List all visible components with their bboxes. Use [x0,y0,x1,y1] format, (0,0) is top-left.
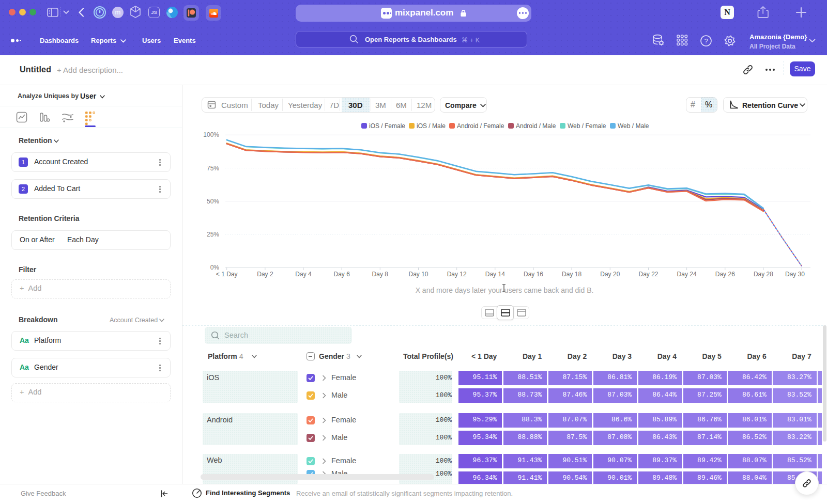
svg-text:Day 14: Day 14 [485,271,505,278]
svg-text:Day 6: Day 6 [334,271,350,278]
svg-text:100%: 100% [203,131,219,138]
svg-text:25%: 25% [207,231,219,238]
svg-text:Day 20: Day 20 [600,271,620,278]
svg-text:Day 12: Day 12 [447,271,467,278]
svg-text:Day 28: Day 28 [754,271,773,278]
svg-text:Day 30: Day 30 [785,271,805,278]
svg-text:?: ? [704,37,708,45]
svg-text:Day 2: Day 2 [257,271,273,278]
svg-text:Day 22: Day 22 [638,271,658,278]
svg-text:0%: 0% [210,264,220,271]
svg-text:50%: 50% [207,198,219,205]
svg-text:Day 26: Day 26 [715,271,735,278]
svg-text:Day 16: Day 16 [524,271,543,278]
svg-text:Day 8: Day 8 [372,271,389,278]
svg-text:Day 10: Day 10 [408,271,428,278]
svg-text:Day 24: Day 24 [677,271,697,278]
svg-text:< 1 Day: < 1 Day [216,271,238,278]
svg-text:Day 18: Day 18 [562,271,581,278]
svg-text:Day 4: Day 4 [295,271,312,278]
svg-text:75%: 75% [207,165,219,172]
